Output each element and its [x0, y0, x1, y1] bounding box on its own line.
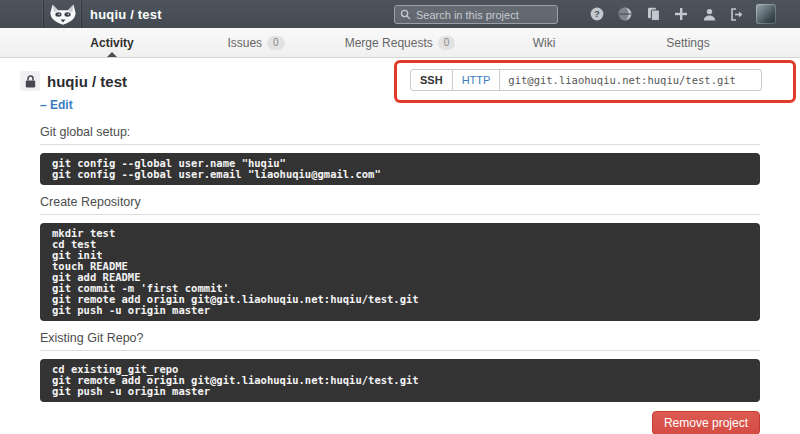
section-heading-create-repository: Create Repository: [40, 195, 760, 215]
snippets-icon[interactable]: [646, 7, 660, 21]
remove-project-button[interactable]: Remove project: [652, 411, 760, 434]
clone-url-bar: SSH HTTP: [410, 69, 762, 91]
code-block-git-global-setup: git config --global user.name "huqiu" gi…: [40, 153, 760, 185]
tab-label: Wiki: [533, 36, 556, 50]
lock-icon: [25, 75, 36, 88]
search-icon: [400, 9, 411, 20]
project-tabbar: Activity Issues 0 Merge Requests 0 Wiki …: [0, 28, 800, 58]
tab-merge-requests[interactable]: Merge Requests 0: [328, 28, 472, 57]
clone-url-input[interactable]: [500, 69, 762, 91]
tab-settings[interactable]: Settings: [616, 28, 760, 57]
search-box: [394, 5, 558, 24]
tab-issues[interactable]: Issues 0: [184, 28, 328, 57]
active-tab-indicator: [107, 52, 117, 57]
http-protocol-button[interactable]: HTTP: [453, 69, 501, 91]
tanuki-logo-icon: [49, 4, 77, 25]
merge-requests-count-badge: 0: [438, 36, 456, 50]
footer-actions: Remove project: [40, 411, 760, 434]
profile-icon[interactable]: [702, 7, 716, 21]
public-area-icon[interactable]: [618, 7, 632, 21]
svg-text:?: ?: [594, 9, 600, 19]
help-icon[interactable]: ?: [590, 7, 604, 21]
tab-label: Settings: [666, 36, 709, 50]
code-block-create-repository: mkdir test cd test git init touch README…: [40, 223, 760, 321]
tab-activity[interactable]: Activity: [40, 28, 184, 57]
tab-label: Issues: [227, 36, 262, 50]
section-heading-git-global-setup: Git global setup:: [40, 125, 760, 145]
issues-count-badge: 0: [267, 36, 285, 50]
gitlab-logo[interactable]: [44, 0, 82, 28]
sign-out-icon[interactable]: [730, 7, 744, 21]
edit-project-link[interactable]: – Edit: [40, 98, 73, 112]
tab-label: Activity: [90, 36, 133, 50]
main-content: huqiu / test – Edit Git global setup: gi…: [0, 58, 800, 434]
navbar-left-segment: [0, 0, 44, 28]
section-heading-existing-git-repo: Existing Git Repo?: [40, 331, 760, 351]
new-project-icon[interactable]: [674, 7, 688, 21]
private-project-badge: [20, 71, 40, 91]
code-block-existing-git-repo: cd existing_git_repo git remote add orig…: [40, 359, 760, 402]
ssh-protocol-button[interactable]: SSH: [410, 69, 453, 91]
user-avatar[interactable]: [756, 4, 776, 24]
top-navbar: huqiu / test ?: [0, 0, 800, 28]
search-input[interactable]: [394, 5, 558, 24]
navbar-icon-group: ?: [590, 7, 744, 21]
navbar-project-title: huqiu / test: [90, 7, 162, 22]
tab-label: Merge Requests: [345, 36, 433, 50]
tab-wiki[interactable]: Wiki: [472, 28, 616, 57]
page-title: huqiu / test: [47, 73, 127, 90]
